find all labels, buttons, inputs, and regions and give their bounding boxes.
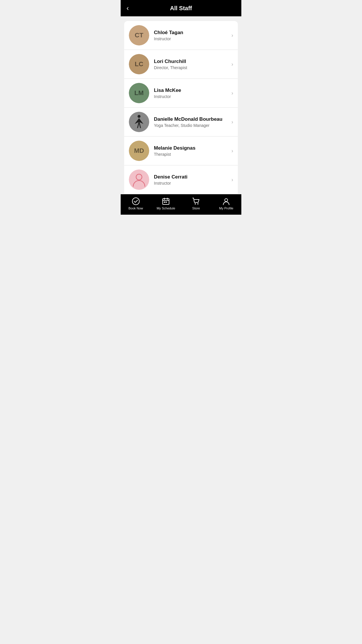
staff-item-denise-cerrati[interactable]: Denise Cerrati Instructor ›	[124, 165, 238, 194]
page-title: All Staff	[170, 5, 192, 12]
staff-item-melanie-designas[interactable]: MD Melanie Designas Therapist ›	[124, 136, 238, 165]
staff-avatar: MD	[129, 141, 149, 161]
staff-info: Lisa McKee Instructor	[154, 88, 231, 99]
cart-icon	[192, 197, 200, 205]
staff-info: Melanie Designas Therapist	[154, 145, 231, 157]
chevron-right-icon: ›	[231, 177, 233, 183]
chevron-right-icon: ›	[231, 61, 233, 67]
staff-item-lisa-mckee[interactable]: LM Lisa McKee Instructor ›	[124, 79, 238, 108]
nav-store[interactable]: Store	[181, 197, 211, 210]
person-icon	[222, 197, 230, 205]
nav-store-label: Store	[192, 206, 200, 210]
staff-info: Danielle McDonald Bourbeau Yoga Teacher,…	[154, 116, 231, 128]
staff-item-chloe-tagan[interactable]: CT Chloé Tagan Instructor ›	[124, 21, 238, 50]
chevron-right-icon: ›	[231, 32, 233, 38]
staff-avatar: LC	[129, 54, 149, 74]
nav-my-schedule[interactable]: My Schedule	[151, 197, 181, 210]
chevron-right-icon: ›	[231, 148, 233, 154]
staff-info: Lori Churchill Director, Therapist	[154, 59, 231, 70]
chevron-right-icon: ›	[231, 90, 233, 96]
staff-avatar	[129, 112, 149, 132]
svg-text:LM: LM	[134, 89, 144, 97]
staff-info: Denise Cerrati Instructor	[154, 174, 231, 186]
staff-role: Instructor	[154, 36, 231, 41]
nav-my-profile-label: My Profile	[219, 206, 233, 210]
staff-avatar: CT	[129, 25, 149, 46]
svg-point-23	[195, 203, 196, 204]
calendar-icon	[162, 197, 170, 205]
staff-role: Director, Therapist	[154, 65, 231, 70]
staff-avatar: LM	[129, 83, 149, 103]
svg-point-16	[132, 198, 139, 205]
content-area: CT Chloé Tagan Instructor › LC Lori Chur…	[121, 16, 241, 194]
staff-item-lori-churchill[interactable]: LC Lori Churchill Director, Therapist ›	[124, 50, 238, 79]
staff-list: CT Chloé Tagan Instructor › LC Lori Chur…	[124, 21, 238, 194]
svg-text:CT: CT	[135, 32, 143, 39]
staff-name: Chloé Tagan	[154, 30, 231, 36]
svg-rect-21	[164, 202, 165, 203]
staff-avatar	[129, 169, 149, 190]
header: ‹ All Staff	[121, 0, 241, 16]
staff-name: Lisa McKee	[154, 88, 231, 93]
svg-text:LC: LC	[135, 60, 143, 68]
svg-text:MD: MD	[134, 147, 144, 154]
check-circle-icon	[132, 197, 140, 205]
svg-point-25	[225, 199, 228, 202]
svg-point-24	[197, 203, 198, 204]
staff-item-danielle-mcdonald-bourbeau[interactable]: Danielle McDonald Bourbeau Yoga Teacher,…	[124, 108, 238, 136]
staff-role: Yoga Teacher, Studio Manager	[154, 123, 231, 128]
nav-book-now[interactable]: Book Now	[121, 197, 151, 210]
staff-role: Instructor	[154, 181, 231, 186]
staff-role: Instructor	[154, 94, 231, 99]
svg-rect-22	[166, 202, 167, 203]
back-button[interactable]: ‹	[125, 3, 130, 13]
svg-point-7	[138, 115, 140, 118]
staff-info: Chloé Tagan Instructor	[154, 30, 231, 41]
staff-role: Therapist	[154, 152, 231, 157]
staff-name: Melanie Designas	[154, 145, 231, 151]
nav-my-schedule-label: My Schedule	[157, 206, 175, 210]
staff-name: Denise Cerrati	[154, 174, 231, 180]
chevron-right-icon: ›	[231, 119, 233, 125]
staff-name: Lori Churchill	[154, 59, 231, 64]
nav-book-now-label: Book Now	[129, 206, 143, 210]
nav-my-profile[interactable]: My Profile	[211, 197, 242, 210]
staff-name: Danielle McDonald Bourbeau	[154, 116, 231, 122]
bottom-navigation: Book Now My Schedule Store	[121, 194, 241, 215]
